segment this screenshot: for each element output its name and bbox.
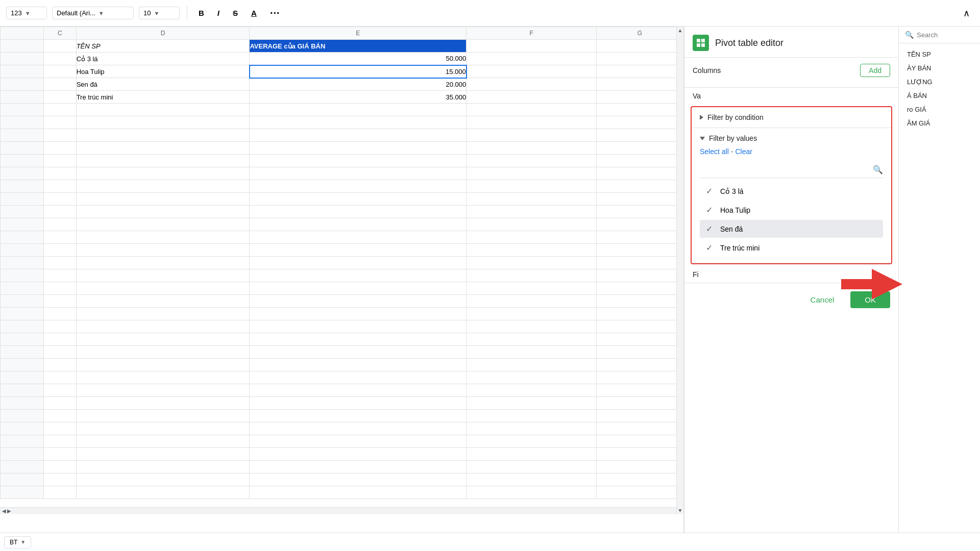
filter-values-title-row[interactable]: Filter by values (700, 134, 883, 142)
filter-item-co3la[interactable]: ✓ Cỏ 3 lá (700, 182, 883, 200)
cell-d-2[interactable]: Hoa Tulip (76, 65, 250, 78)
col-header-g[interactable]: G (597, 27, 683, 40)
row-number (1, 231, 44, 244)
filter-popup: Filter by condition Filter by values Sel… (691, 106, 892, 264)
table-row (1, 320, 683, 333)
collapse-button[interactable]: ∧ (959, 6, 974, 21)
underline-button[interactable]: A (247, 7, 261, 19)
field-item-rogla[interactable]: ro GIÁ (899, 103, 980, 116)
cell-ref-dropdown-icon[interactable]: ▼ (25, 10, 31, 16)
scroll-down-arrow[interactable]: ▼ (677, 507, 684, 514)
row-number (1, 346, 44, 359)
col-header-e[interactable]: E (250, 27, 467, 40)
col-header-f[interactable]: F (467, 27, 597, 40)
filter-search-icon[interactable]: 🔍 (873, 165, 883, 174)
table-row (1, 397, 683, 410)
font-dropdown-icon[interactable]: ▼ (99, 10, 104, 16)
columns-add-button[interactable]: Add (860, 64, 890, 77)
table-row (1, 231, 683, 244)
va-section-label: Va (684, 88, 898, 102)
cell-g-header[interactable] (597, 40, 683, 53)
cell-g-4[interactable] (597, 91, 683, 104)
cell-c-3[interactable] (43, 78, 76, 91)
field-item-ayban[interactable]: ÀY BÁN (899, 61, 980, 75)
cell-f-1[interactable] (467, 53, 597, 65)
cell-e-4[interactable]: 35.000 (250, 91, 467, 104)
table-row (1, 410, 683, 422)
filter-item-hoatulip[interactable]: ✓ Hoa Tulip (700, 201, 883, 219)
filter-by-values-section: Filter by values Select all - Clear 🔍 (692, 128, 891, 263)
field-search-bar: 🔍 (899, 27, 980, 43)
italic-button[interactable]: I (213, 7, 224, 19)
more-options-button[interactable]: ··· (266, 5, 284, 21)
table-row (1, 461, 683, 473)
scroll-up-arrow[interactable]: ▲ (677, 27, 684, 34)
table-row (1, 435, 683, 448)
cell-d-4[interactable]: Tre trúc mini (76, 91, 250, 104)
cell-e-2-selected[interactable]: 15.000 (250, 65, 467, 78)
clear-link[interactable]: Clear (735, 147, 752, 156)
table-row (1, 384, 683, 397)
sheet-tab-bt[interactable]: BT ▼ (4, 536, 31, 548)
cell-f-3[interactable] (467, 78, 597, 91)
select-all-link[interactable]: Select all (700, 147, 729, 156)
row-number (1, 359, 44, 371)
strikethrough-button[interactable]: S (229, 7, 242, 19)
font-size-selector[interactable]: 10 ▼ (139, 7, 180, 19)
table-row (1, 104, 683, 116)
cell-reference-box[interactable]: 123 ▼ (6, 7, 47, 19)
h-scroll-left-arrow[interactable]: ◀ (2, 508, 6, 514)
ok-button[interactable]: OK (850, 291, 890, 308)
cell-c-4[interactable] (43, 91, 76, 104)
col-header-d[interactable]: D (76, 27, 250, 40)
sheet-tab-dropdown-icon[interactable]: ▼ (20, 539, 26, 545)
cell-d-3[interactable]: Sen đá (76, 78, 250, 91)
row-number (1, 461, 44, 473)
cell-d-header[interactable]: TÊN SP (76, 40, 250, 53)
field-item-amgla[interactable]: ÂM GIÁ (899, 116, 980, 130)
cell-g-1[interactable] (597, 53, 683, 65)
cell-g-3[interactable] (597, 78, 683, 91)
field-search-input[interactable] (917, 31, 980, 39)
table-row (1, 116, 683, 129)
cell-g-2[interactable] (597, 65, 683, 78)
h-scroll-arrows[interactable]: ◀ ▶ (2, 508, 11, 514)
cell-e-header[interactable]: AVERAGE của GIÁ BÁN (250, 40, 467, 53)
filter-item-tretru[interactable]: ✓ Tre trúc mini (700, 239, 883, 257)
cell-f-2[interactable] (467, 65, 597, 78)
field-item-aban[interactable]: Á BÁN (899, 89, 980, 103)
cell-e-3[interactable]: 20.000 (250, 78, 467, 91)
field-item-luong[interactable]: LƯỢNG (899, 75, 980, 89)
bold-button[interactable]: B (194, 7, 208, 19)
cell-e-1[interactable]: 50.000 (250, 53, 467, 65)
filter-by-condition-row[interactable]: Filter by condition (692, 107, 891, 128)
col-header-c[interactable]: C (43, 27, 76, 40)
filter-check-tretru: ✓ (706, 243, 714, 253)
row-number (1, 371, 44, 384)
h-scroll-right-arrow[interactable]: ▶ (7, 508, 11, 514)
cell-c-2[interactable] (43, 65, 76, 78)
cell-f-4[interactable] (467, 91, 597, 104)
pivot-icon (693, 35, 709, 51)
table-row (1, 257, 683, 269)
cell-d-1[interactable]: Cỏ 3 lá (76, 53, 250, 65)
table-row: Cỏ 3 lá 50.000 (1, 53, 683, 65)
spreadsheet-area: C D E F G TÊN SP AVERAGE của GIÁ BÁN (0, 27, 684, 533)
field-search-icon: 🔍 (905, 31, 914, 39)
font-selector[interactable]: Default (Ari... ▼ (52, 7, 134, 19)
pivot-panel: Pivot table editor Columns Add Va Filter… (684, 27, 980, 533)
cell-c-header[interactable] (43, 40, 76, 53)
svg-rect-2 (697, 43, 700, 47)
horizontal-scrollbar[interactable]: ◀ ▶ (0, 507, 676, 514)
filter-label-co3la: Cỏ 3 lá (720, 187, 744, 195)
table-row: Tre trúc mini 35.000 (1, 91, 683, 104)
vertical-scrollbar[interactable]: ▲ ▼ (676, 27, 683, 514)
fi-section-label: Fi (684, 268, 898, 283)
field-item-tensp[interactable]: TÊN SP (899, 47, 980, 61)
cell-f-header[interactable] (467, 40, 597, 53)
fontsize-dropdown-icon[interactable]: ▼ (154, 10, 159, 16)
cancel-button[interactable]: Cancel (800, 291, 845, 308)
row-number (1, 257, 44, 269)
cell-c-1[interactable] (43, 53, 76, 65)
filter-item-senda[interactable]: ✓ Sen đá (700, 220, 883, 238)
